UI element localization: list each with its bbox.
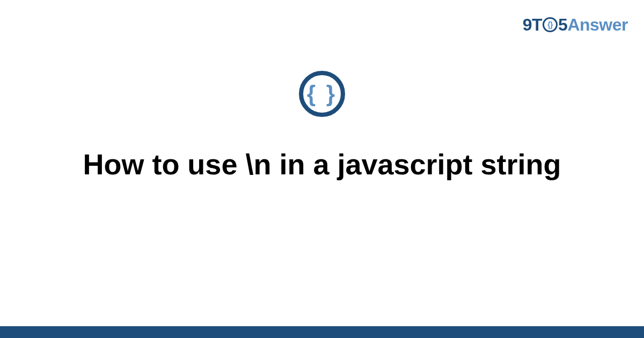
question-title: How to use \n in a javascript string [0, 148, 644, 181]
logo-text-9t: 9T [523, 15, 542, 35]
logo-o-inner-glyph: {} [547, 20, 553, 29]
brand-logo: 9T {} 5 Answer [523, 15, 628, 35]
logo-text-5: 5 [558, 15, 567, 35]
footer-bar [0, 326, 644, 338]
logo-text-answer: Answer [567, 15, 628, 35]
braces-glyph: { } [307, 81, 337, 107]
code-braces-icon: { } [299, 71, 345, 117]
logo-o-circle: {} [543, 17, 558, 32]
